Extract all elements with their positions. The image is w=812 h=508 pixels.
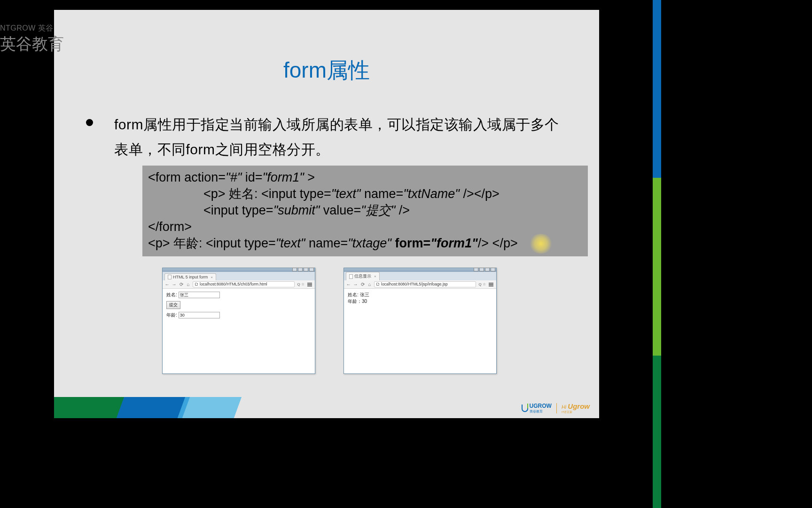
code-line-4: </form> bbox=[148, 219, 582, 235]
page-content: 姓名: 张三 提交 年龄: 30 bbox=[163, 289, 315, 373]
result-age: 年龄：30 bbox=[348, 298, 492, 305]
age-label: 年龄: bbox=[166, 312, 177, 318]
maximize-icon[interactable] bbox=[298, 268, 303, 271]
browser-screenshots: HTML 5 input form × ← → ⟳ ⌂ 🗋 localhost:… bbox=[162, 268, 571, 374]
page-icon bbox=[168, 275, 172, 279]
bullet-icon bbox=[86, 119, 93, 126]
hi-ugrow-logo: Hi Ugrow IT语言家 bbox=[562, 402, 590, 414]
tab-close-icon[interactable]: × bbox=[211, 275, 213, 279]
close-icon[interactable] bbox=[309, 268, 314, 271]
ugrow-icon bbox=[522, 405, 528, 412]
footer-decoration: UGROW 英谷教育 Hi Ugrow IT语言家 bbox=[54, 397, 599, 418]
browser-navbar: ← → ⟳ ⌂ 🗋 localhost:8080/HTML5/ch03/form… bbox=[163, 280, 315, 289]
ugrow-logo: UGROW 英谷教育 bbox=[522, 403, 552, 414]
browser-window-1: HTML 5 input form × ← → ⟳ ⌂ 🗋 localhost:… bbox=[162, 268, 315, 374]
logo-divider bbox=[556, 403, 557, 413]
url-actions[interactable]: Q ☆ bbox=[297, 282, 304, 286]
name-label: 姓名: bbox=[166, 292, 177, 298]
bullet-row: form属性用于指定当前输入域所属的表单，可以指定该输入域属于多个表单，不同fo… bbox=[86, 112, 571, 162]
slide-title: form属性 bbox=[54, 10, 599, 85]
url-actions[interactable]: Q ☆ bbox=[479, 282, 486, 286]
video-side-stripe bbox=[652, 0, 653, 508]
slide-content: form属性用于指定当前输入域所属的表单，可以指定该输入域属于多个表单，不同fo… bbox=[54, 85, 599, 374]
name-input[interactable]: 张三 bbox=[179, 292, 220, 298]
hamburger-menu-icon[interactable] bbox=[488, 282, 494, 287]
close-icon[interactable] bbox=[491, 268, 495, 271]
video-watermark: NTGROW 英谷 英谷教育 bbox=[0, 24, 64, 55]
reload-button[interactable]: ⟳ bbox=[179, 282, 184, 287]
browser-titlebar bbox=[163, 268, 315, 272]
age-input[interactable]: 30 bbox=[179, 312, 220, 318]
browser-tabbar: 信息显示 × bbox=[344, 272, 496, 280]
hamburger-menu-icon[interactable] bbox=[306, 282, 313, 287]
home-button[interactable]: ⌂ bbox=[367, 282, 372, 287]
code-line-1: <form action="#" id="form1" > bbox=[148, 169, 582, 186]
browser-tabbar: HTML 5 input form × bbox=[163, 272, 315, 280]
window-controls bbox=[474, 268, 495, 271]
page-content: 姓名: 张三 年龄：30 bbox=[344, 289, 496, 373]
url-bar[interactable]: 🗋 localhost:8080/HTML5/jsp/infoage.jsp bbox=[374, 281, 476, 287]
code-line-2: <p> 姓名: <input type="text" name="txtName… bbox=[148, 186, 582, 202]
bullet-text: form属性用于指定当前输入域所属的表单，可以指定该输入域属于多个表单，不同fo… bbox=[114, 112, 571, 162]
ugrow-sub: 英谷教育 bbox=[530, 409, 552, 414]
browser-navbar: ← → ⟳ ⌂ 🗋 localhost:8080/HTML5/jsp/infoa… bbox=[344, 280, 496, 289]
window-controls bbox=[292, 268, 314, 271]
reload-button[interactable]: ⟳ bbox=[360, 282, 365, 287]
code-line-5: <p> 年龄: <input type="text" name="txtage"… bbox=[148, 235, 582, 252]
result-name: 姓名: 张三 bbox=[348, 292, 492, 298]
code-line-3: <input type="submit" value="提交" /> bbox=[148, 202, 582, 219]
tab-title: HTML 5 input form bbox=[173, 275, 208, 279]
page-icon bbox=[349, 274, 353, 279]
browser-tab[interactable]: HTML 5 input form × bbox=[164, 273, 216, 280]
tab-close-icon[interactable]: × bbox=[374, 274, 376, 278]
browser-window-2: 信息显示 × ← → ⟳ ⌂ 🗋 localhost:8080/HTML5/js… bbox=[344, 268, 497, 374]
browser-tab[interactable]: 信息显示 × bbox=[346, 272, 380, 280]
maximize-icon[interactable] bbox=[479, 268, 484, 271]
browser-titlebar bbox=[344, 268, 496, 272]
ugrow-text: UGROW bbox=[530, 403, 552, 409]
forward-button[interactable]: → bbox=[353, 282, 358, 287]
code-block: <form action="#" id="form1" > <p> 姓名: <i… bbox=[142, 166, 588, 256]
submit-button[interactable]: 提交 bbox=[166, 301, 180, 309]
footer-logo: UGROW 英谷教育 Hi Ugrow IT语言家 bbox=[522, 402, 590, 414]
minimize-icon[interactable] bbox=[474, 268, 478, 271]
watermark-top: NTGROW 英谷 bbox=[0, 24, 64, 33]
slide-container: form属性 form属性用于指定当前输入域所属的表单，可以指定该输入域属于多个… bbox=[54, 10, 599, 418]
forward-button[interactable]: → bbox=[172, 282, 177, 287]
tab-title: 信息显示 bbox=[354, 273, 371, 279]
url-bar[interactable]: 🗋 localhost:8080/HTML5/ch03/form.html bbox=[193, 281, 295, 287]
watermark-main: 英谷教育 bbox=[0, 33, 64, 55]
minimize-icon[interactable] bbox=[292, 268, 297, 271]
back-button[interactable]: ← bbox=[164, 282, 170, 287]
restore-icon[interactable] bbox=[485, 268, 490, 271]
home-button[interactable]: ⌂ bbox=[186, 282, 191, 287]
back-button[interactable]: ← bbox=[346, 282, 351, 287]
restore-icon[interactable] bbox=[304, 268, 308, 271]
